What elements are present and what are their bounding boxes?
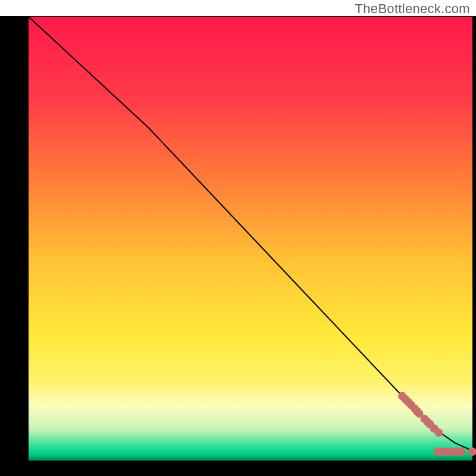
chart-svg [0, 0, 476, 476]
plot-background [29, 17, 472, 461]
data-point [458, 447, 466, 456]
chart-frame: TheBottleneck.com [0, 0, 476, 476]
data-point [434, 428, 443, 437]
